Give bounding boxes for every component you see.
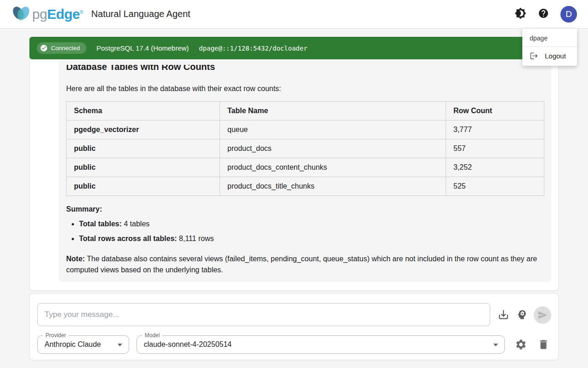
message-heading: Database Tables with Row Counts: [66, 65, 544, 72]
table-cell: 525: [446, 177, 544, 196]
table-header-cell: Row Count: [446, 102, 544, 121]
message-note: Note: The database also contains several…: [66, 253, 544, 276]
download-chat-button[interactable]: [498, 309, 509, 321]
summary-bullet: Total tables: 4 tables: [79, 219, 544, 229]
user-menu-username: dpage: [522, 30, 577, 46]
server-version-label: PostgreSQL 17.4 (Homebrew): [96, 44, 189, 52]
summary-bullet: Total rows across all tables: 8,111 rows: [79, 234, 544, 243]
provider-select[interactable]: Provider Anthropic Claude: [37, 335, 129, 354]
app-header: pgEdge® Natural Language Agent D: [0, 0, 588, 29]
message-heading-clip: Database Tables with Row Counts: [66, 65, 544, 74]
table-header-cell: Table Name: [220, 102, 446, 121]
table-row: publicproduct_docs_title_chunks525: [67, 177, 544, 196]
pgedge-logo: pgEdge®: [11, 5, 83, 24]
send-icon: [537, 310, 548, 320]
summary-heading: Summary:: [66, 205, 544, 213]
theme-toggle-button[interactable]: [514, 8, 526, 20]
model-select-value: claude-sonnet-4-20250514: [137, 340, 232, 349]
provider-select-label: Provider: [43, 332, 68, 339]
composer-panel: Provider Anthropic Claude Model claude-s…: [29, 293, 559, 360]
connection-string: dpage@::1/128:5432/docloader: [199, 45, 307, 52]
table-cell: queue: [220, 121, 446, 139]
model-select-label: Model: [142, 332, 162, 339]
table-cell: public: [67, 139, 220, 158]
psychology-icon: [516, 314, 528, 322]
model-select[interactable]: Model claude-sonnet-4-20250514: [136, 335, 505, 354]
connection-status-label: Connected: [51, 45, 80, 52]
table-row: publicproduct_docs557: [67, 139, 544, 158]
assistant-message: Database Tables with Row Counts Here are…: [59, 58, 551, 282]
table-body: pgedge_vectorizerqueue3,777publicproduct…: [67, 121, 544, 196]
table-cell: product_docs_content_chunks: [220, 158, 446, 177]
table-cell: product_docs_title_chunks: [220, 177, 446, 196]
note-text: The database also contains several views…: [66, 255, 537, 274]
check-circle-icon: [40, 44, 48, 52]
table-cell: 557: [446, 139, 544, 158]
table-row: pgedge_vectorizerqueue3,777: [67, 121, 544, 139]
user-avatar[interactable]: D: [560, 6, 577, 23]
logout-label: Logout: [545, 52, 566, 60]
message-input[interactable]: [37, 303, 490, 326]
help-button[interactable]: [537, 8, 549, 20]
trash-icon: [537, 344, 549, 352]
table-row: publicproduct_docs_content_chunks3,252: [67, 158, 544, 177]
message-intro: Here are all the tables in the database …: [66, 85, 544, 93]
pgedge-heart-icon: [11, 5, 31, 24]
page-title: Natural Language Agent: [91, 9, 191, 19]
table-cell: pgedge_vectorizer: [67, 121, 220, 139]
help-icon: [538, 8, 549, 21]
chevron-down-icon: [493, 344, 498, 346]
logout-icon: [530, 52, 538, 60]
header-actions: D: [514, 0, 577, 29]
table-header-row: SchemaTable NameRow Count: [67, 102, 544, 121]
table-cell: public: [67, 158, 220, 177]
settings-button[interactable]: [515, 339, 527, 351]
send-button[interactable]: [534, 306, 551, 324]
connection-status-badge: Connected: [37, 42, 86, 54]
note-label: Note:: [66, 255, 85, 263]
table-header-cell: Schema: [67, 102, 220, 121]
ai-thinking-button[interactable]: [516, 309, 528, 321]
clear-chat-button[interactable]: [537, 339, 549, 351]
row-counts-table: SchemaTable NameRow Count pgedge_vectori…: [66, 101, 544, 196]
connection-banner: Connected PostgreSQL 17.4 (Homebrew) dpa…: [29, 37, 559, 59]
page: pgEdge® Natural Language Agent D: [0, 0, 588, 368]
table-cell: 3,777: [446, 121, 544, 139]
download-icon: [498, 314, 509, 322]
table-cell: product_docs: [220, 139, 446, 158]
chevron-down-icon: [118, 344, 122, 346]
summary-list: Total tables: 4 tablesTotal rows across …: [66, 219, 544, 243]
pgedge-wordmark: pgEdge®: [32, 6, 83, 22]
provider-select-value: Anthropic Claude: [38, 340, 101, 349]
logout-menu-item[interactable]: Logout: [522, 47, 577, 66]
dark-mode-icon: [514, 7, 526, 21]
gear-icon: [515, 344, 527, 352]
table-cell: public: [67, 177, 220, 196]
table-cell: 3,252: [446, 158, 544, 177]
user-menu: dpage Logout: [522, 29, 577, 66]
